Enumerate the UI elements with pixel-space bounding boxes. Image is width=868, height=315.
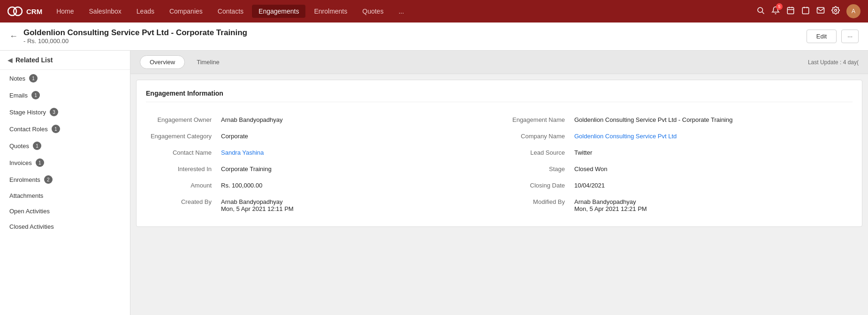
nav-enrolments[interactable]: Enrolments: [307, 5, 354, 18]
tab-overview[interactable]: Overview: [140, 55, 185, 69]
invoices-badge: 1: [36, 158, 44, 167]
svg-point-1: [14, 7, 22, 15]
enrolments-badge: 2: [44, 175, 53, 184]
more-options-button[interactable]: ···: [841, 30, 859, 43]
sidebar-item-attachments[interactable]: Attachments: [0, 188, 130, 203]
sidebar-header-label: Related List: [15, 56, 53, 64]
settings-button[interactable]: [831, 6, 840, 16]
sidebar-item-invoices[interactable]: Invoices 1: [0, 154, 130, 171]
field-lead-source: Lead Source Twitter: [499, 144, 853, 161]
field-engagement-category: Engagement Category Corporate: [146, 128, 499, 144]
field-company-name: Company Name Goldenlion Consulting Servi…: [499, 128, 853, 144]
quotes-badge: 1: [33, 142, 41, 150]
back-button[interactable]: ←: [9, 31, 18, 41]
nav-more[interactable]: ...: [392, 5, 411, 18]
last-update-text: Last Update : 4 day(: [808, 59, 859, 66]
nav-icon-group: 5 A: [756, 4, 860, 18]
page-title: Goldenlion Consulting Service Pvt Ltd - …: [23, 28, 247, 37]
tab-bar: Overview Timeline Last Update : 4 day(: [130, 51, 868, 74]
nav-companies[interactable]: Companies: [163, 5, 209, 18]
field-contact-name: Contact Name Sandra Yashina: [146, 144, 499, 161]
app-name: CRM: [26, 8, 42, 15]
sidebar-item-contact-roles[interactable]: Contact Roles 1: [0, 120, 130, 137]
info-right-column: Engagement Name Goldenlion Consulting Se…: [499, 112, 853, 217]
edit-button[interactable]: Edit: [807, 30, 837, 43]
main-layout: ◀ Related List Notes 1 Emails 1 Stage Hi…: [0, 51, 868, 315]
sidebar-item-open-activities[interactable]: Open Activities: [0, 203, 130, 219]
header-actions: Edit ···: [807, 30, 859, 43]
svg-point-11: [835, 9, 837, 12]
engagement-info-card: Engagement Information Engagement Owner …: [136, 80, 862, 227]
top-navigation: CRM Home SalesInbox Leads Companies Cont…: [0, 0, 868, 22]
tabs: Overview Timeline: [140, 55, 229, 69]
add-button[interactable]: [786, 6, 795, 16]
company-name-link[interactable]: Goldenlion Consulting Service Pvt Ltd: [574, 133, 677, 140]
emails-badge: 1: [31, 91, 40, 99]
sidebar-header[interactable]: ◀ Related List: [0, 51, 130, 70]
contact-name-link[interactable]: Sandra Yashina: [221, 149, 264, 156]
field-engagement-name: Engagement Name Goldenlion Consulting Se…: [499, 112, 853, 128]
field-created-by: Created By Arnab Bandyopadhyay Mon, 5 Ap…: [146, 194, 499, 217]
svg-line-3: [762, 12, 764, 14]
sidebar-item-quotes[interactable]: Quotes 1: [0, 137, 130, 154]
notes-badge: 1: [29, 74, 38, 82]
nav-salesinbox[interactable]: SalesInbox: [83, 5, 128, 18]
mail-button[interactable]: [816, 6, 825, 16]
contact-roles-badge: 1: [52, 125, 60, 133]
user-avatar[interactable]: A: [846, 4, 860, 18]
notification-badge: 5: [776, 3, 783, 10]
sidebar-item-notes[interactable]: Notes 1: [0, 70, 130, 87]
tab-timeline[interactable]: Timeline: [187, 55, 229, 69]
info-left-column: Engagement Owner Arnab Bandyopadhyay Eng…: [146, 112, 499, 217]
sidebar-item-stage-history[interactable]: Stage History 3: [0, 104, 130, 120]
nav-leads[interactable]: Leads: [130, 5, 161, 18]
engagement-info-title: Engagement Information: [146, 90, 853, 102]
notification-button[interactable]: 5: [771, 6, 780, 16]
nav-contacts[interactable]: Contacts: [211, 5, 250, 18]
title-section: Goldenlion Consulting Service Pvt Ltd - …: [23, 28, 807, 45]
app-logo[interactable]: CRM: [8, 4, 42, 19]
field-stage: Stage Closed Won: [499, 161, 853, 177]
nav-quotes[interactable]: Quotes: [356, 5, 390, 18]
sidebar-item-closed-activities[interactable]: Closed Activities: [0, 219, 130, 234]
content-area: Overview Timeline Last Update : 4 day( E…: [130, 51, 868, 315]
page-subtitle: - Rs. 100,000.00: [23, 38, 69, 45]
nav-engagements[interactable]: Engagements: [252, 5, 305, 18]
search-button[interactable]: [756, 6, 765, 16]
sidebar-item-emails[interactable]: Emails 1: [0, 87, 130, 104]
field-amount: Amount Rs. 100,000.00: [146, 177, 499, 194]
sidebar: ◀ Related List Notes 1 Emails 1 Stage Hi…: [0, 51, 130, 315]
stage-history-badge: 3: [50, 108, 58, 116]
field-closing-date: Closing Date 10/04/2021: [499, 177, 853, 194]
svg-rect-4: [787, 8, 794, 14]
sidebar-item-enrolments[interactable]: Enrolments 2: [0, 171, 130, 188]
field-modified-by: Modified By Arnab Bandyopadhyay Mon, 5 A…: [499, 194, 853, 217]
page-header: ← Goldenlion Consulting Service Pvt Ltd …: [0, 22, 868, 51]
field-interested-in: Interested In Corporate Training: [146, 161, 499, 177]
nav-home[interactable]: Home: [50, 5, 80, 18]
calendar-button[interactable]: [801, 6, 810, 16]
logo-icon: [8, 4, 23, 19]
field-engagement-owner: Engagement Owner Arnab Bandyopadhyay: [146, 112, 499, 128]
svg-point-2: [758, 8, 763, 13]
sidebar-collapse-icon: ◀: [8, 56, 13, 64]
engagement-info-grid: Engagement Owner Arnab Bandyopadhyay Eng…: [146, 112, 853, 217]
svg-rect-8: [802, 8, 809, 14]
